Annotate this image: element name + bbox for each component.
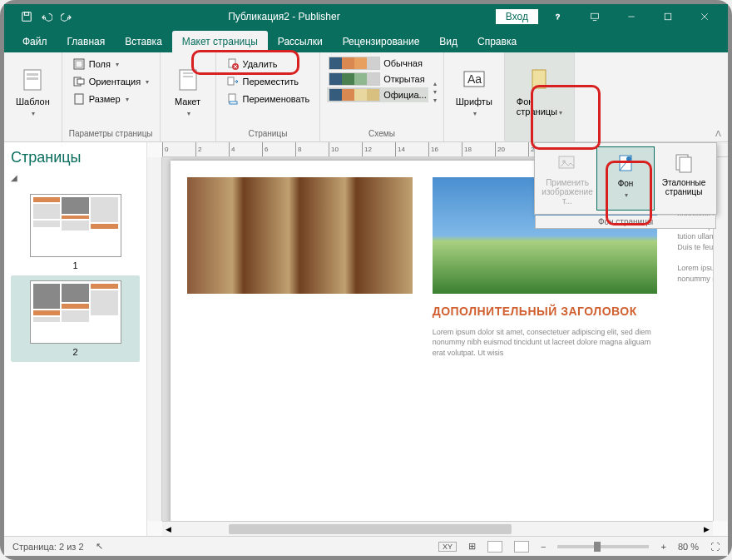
menu-view[interactable]: Вид <box>429 31 467 52</box>
nav-title: Страницы <box>11 149 140 166</box>
zoom-in-icon[interactable]: + <box>660 542 665 552</box>
size-button[interactable]: Размер▾ <box>69 91 152 107</box>
move-page-button[interactable]: Переместить <box>223 73 314 90</box>
svg-text:?: ? <box>556 12 560 21</box>
size-icon: ⊞ <box>468 541 476 552</box>
layout-button[interactable]: Макет▾ <box>167 56 209 127</box>
menu-page-layout[interactable]: Макет страницы <box>172 31 268 52</box>
page-thumb-1[interactable]: 1 <box>11 189 140 275</box>
scheme-normal[interactable]: Обычная <box>327 56 428 71</box>
apply-image-button: Применить изображение т... <box>538 146 596 211</box>
rename-page-button[interactable]: Переименовать <box>223 91 314 107</box>
menu-file[interactable]: Файл <box>12 31 57 52</box>
nav-collapse-icon[interactable]: ◢ <box>11 173 140 182</box>
minimize-icon[interactable] <box>615 5 648 28</box>
body-text-3: Lorem ipsum dolor sit amet, consectetuer… <box>677 263 713 284</box>
page-params-label: Параметры страницы <box>69 127 153 140</box>
cursor-icon: ↖ <box>96 541 103 552</box>
menu-mailings[interactable]: Рассылки <box>268 31 333 52</box>
maximize-icon[interactable] <box>651 5 685 28</box>
heading-1: ДОПОЛНИТЕЛЬНЫЙ ЗАГОЛОВОК <box>433 304 658 320</box>
menu-home[interactable]: Главная <box>57 31 116 52</box>
zoom-slider[interactable] <box>557 545 649 548</box>
redo-icon[interactable] <box>61 11 72 22</box>
svg-text:Aa: Aa <box>467 72 482 86</box>
app-window: Публикация2 - Publisher Вход ? Файл Глав… <box>4 4 728 556</box>
page-background-button[interactable]: Фонстраницы▾ <box>512 56 567 127</box>
ribbon: Шаблон▾ Поля▾ Ориентация▾ Размер▾ Параме… <box>4 52 728 142</box>
svg-rect-4 <box>665 13 671 20</box>
login-button[interactable]: Вход <box>496 9 538 24</box>
svg-rect-12 <box>75 94 83 104</box>
fonts-button[interactable]: Aa Шрифты▾ <box>451 56 497 127</box>
template-button[interactable]: Шаблон▾ <box>11 56 55 127</box>
scheme-open[interactable]: Открытая <box>327 72 428 87</box>
scheme-scroll-up-icon[interactable]: ▴ <box>433 80 437 87</box>
view-single-icon[interactable] <box>487 541 502 553</box>
help-icon[interactable]: ? <box>542 5 575 28</box>
close-icon[interactable] <box>688 5 721 28</box>
svg-rect-0 <box>22 12 32 22</box>
fit-page-icon[interactable]: ⛶ <box>710 542 720 552</box>
orientation-button[interactable]: Ориентация▾ <box>69 73 152 90</box>
ruler-vertical <box>147 157 162 521</box>
titlebar: Публикация2 - Publisher Вход ? <box>4 4 728 29</box>
collapse-ribbon-icon[interactable]: ᐱ <box>715 129 721 138</box>
margins-button[interactable]: Поля▾ <box>69 56 152 72</box>
workspace: Страницы ◢ 1 2 02468101214161820222426 <box>4 142 728 536</box>
svg-rect-7 <box>27 77 38 80</box>
svg-rect-22 <box>230 102 237 104</box>
dropdown-footer: Фон страницы <box>535 216 716 229</box>
menubar: Файл Главная Вставка Макет страницы Расс… <box>4 29 728 52</box>
canvas-area: 02468101214161820222426 ДОПОЛНИТЕЛЬНЫЙ З… <box>147 142 728 536</box>
schemes-group-label: Схемы <box>327 127 436 140</box>
scrollbar-horizontal[interactable]: ◀▶ <box>162 521 713 536</box>
svg-rect-1 <box>24 12 28 16</box>
view-spread-icon[interactable] <box>514 541 529 553</box>
background-button[interactable]: Фон▾ <box>596 146 655 211</box>
pages-group-label: Страницы <box>223 127 314 140</box>
body-text-1: Lorem ipsum dolor sit amet, consectetuer… <box>433 327 658 359</box>
undo-icon[interactable] <box>41 11 52 22</box>
master-pages-button[interactable]: Эталонные страницы <box>655 146 713 211</box>
svg-rect-31 <box>680 157 691 172</box>
page-indicator[interactable]: Страница: 2 из 2 <box>12 542 84 552</box>
zoom-out-icon[interactable]: − <box>541 542 546 552</box>
ribbon-options-icon[interactable] <box>578 5 611 28</box>
svg-rect-9 <box>76 61 82 67</box>
page-navigation-pane: Страницы ◢ 1 2 <box>4 142 147 536</box>
svg-rect-20 <box>228 77 234 85</box>
svg-rect-11 <box>77 79 84 84</box>
delete-page-button[interactable]: Удалить <box>223 56 314 72</box>
scheme-more-icon[interactable]: ▾ <box>433 97 437 104</box>
statusbar: Страница: 2 из 2 ↖ XY ⊞ − + 80 % ⛶ <box>4 536 728 556</box>
zoom-level[interactable]: 80 % <box>678 542 699 552</box>
scheme-official[interactable]: Официа... <box>327 87 428 102</box>
image-library <box>187 177 413 294</box>
template-label: Шаблон <box>16 97 50 107</box>
scheme-scroll-down-icon[interactable]: ▾ <box>433 88 437 96</box>
svg-point-29 <box>626 156 631 161</box>
window-title: Публикация2 - Publisher <box>72 11 496 22</box>
menu-insert[interactable]: Вставка <box>115 31 172 52</box>
menu-review[interactable]: Рецензирование <box>333 31 430 52</box>
svg-rect-25 <box>532 70 546 88</box>
background-dropdown: Применить изображение т... Фон▾ Эталонны… <box>534 142 717 215</box>
coords-icon: XY <box>438 542 457 552</box>
menu-help[interactable]: Справка <box>467 31 527 52</box>
svg-rect-6 <box>27 73 38 76</box>
svg-rect-3 <box>591 13 599 18</box>
save-icon[interactable] <box>21 11 32 22</box>
page-thumb-2[interactable]: 2 <box>11 275 140 362</box>
